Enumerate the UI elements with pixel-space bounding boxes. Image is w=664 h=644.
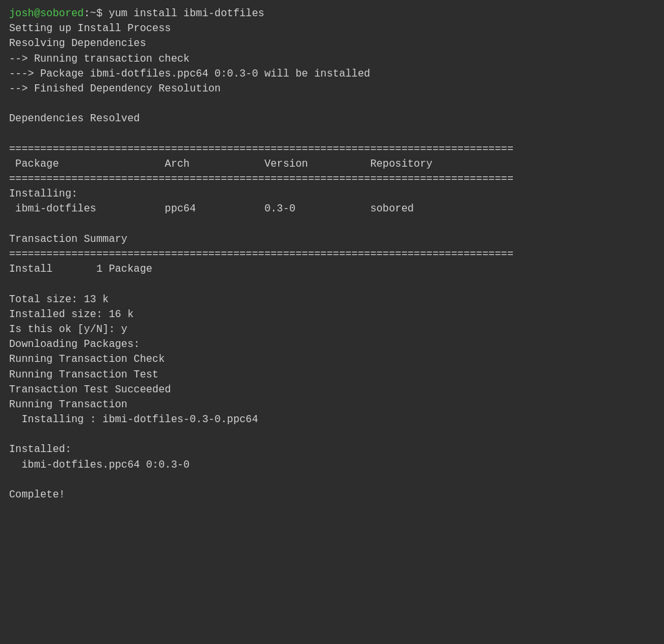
running-transaction-test: Running Transaction Test <box>9 368 655 383</box>
confirm-prompt: Is this ok [y/N]: y <box>9 322 655 337</box>
separator-line-01: ========================================… <box>9 142 655 157</box>
downloading-packages: Downloading Packages: <box>9 337 655 352</box>
empty-line-03 <box>9 217 655 232</box>
complete-message: Complete! <box>9 488 655 503</box>
prompt-user: josh@sobored <box>9 8 84 19</box>
prompt-command: yum install ibmi-dotfiles <box>109 8 265 19</box>
installing-package: Installing : ibmi-dotfiles-0.3-0.ppc64 <box>9 412 655 427</box>
table-header: Package Arch Version Repository <box>9 157 655 172</box>
separator-line-03: ========================================… <box>9 247 655 262</box>
transaction-test-succeeded: Transaction Test Succeeded <box>9 383 655 398</box>
running-transaction-check: Running Transaction Check <box>9 352 655 367</box>
empty-line-01 <box>9 97 655 112</box>
terminal-window: josh@sobored:~$ yum install ibmi-dotfile… <box>9 6 655 503</box>
empty-line-06 <box>9 473 655 488</box>
output-line-03: --> Running transaction check <box>9 52 655 67</box>
installed-package: ibmi-dotfiles.ppc64 0:0.3-0 <box>9 458 655 473</box>
total-size: Total size: 13 k <box>9 292 655 307</box>
prompt-line: josh@sobored:~$ yum install ibmi-dotfile… <box>9 6 655 21</box>
output-line-02: Resolving Dependencies <box>9 36 655 51</box>
installed-label: Installed: <box>9 442 655 457</box>
separator-line-02: ========================================… <box>9 172 655 187</box>
output-package-row: ibmi-dotfiles ppc64 0.3-0 sobored <box>9 202 655 217</box>
empty-line-02 <box>9 127 655 142</box>
output-line-05: --> Finished Dependency Resolution <box>9 82 655 97</box>
output-line-01: Setting up Install Process <box>9 21 655 36</box>
transaction-summary-label: Transaction Summary <box>9 232 655 247</box>
output-line-04: ---> Package ibmi-dotfiles.ppc64 0:0.3-0… <box>9 67 655 82</box>
empty-line-04 <box>9 277 655 292</box>
install-count: Install 1 Package <box>9 262 655 277</box>
prompt-separator: :~$ <box>84 8 108 19</box>
running-transaction: Running Transaction <box>9 398 655 412</box>
output-line-07: Dependencies Resolved <box>9 112 655 126</box>
installed-size: Installed size: 16 k <box>9 307 655 322</box>
empty-line-05 <box>9 427 655 442</box>
output-installing-label: Installing: <box>9 187 655 202</box>
